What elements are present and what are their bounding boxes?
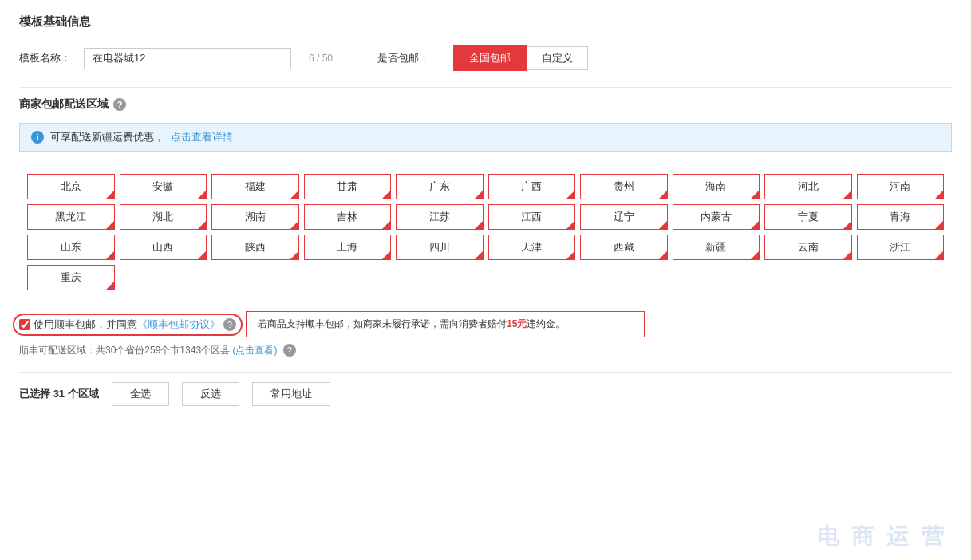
radio-group-shipping: 全国包邮 自定义 [453, 45, 588, 71]
selected-number: 31 [53, 388, 65, 400]
region-tag-10[interactable]: 黑龙江 [27, 204, 115, 230]
region-tag-15[interactable]: 江西 [488, 204, 576, 230]
region-tag-5[interactable]: 广西 [488, 174, 576, 199]
btn-nationwide[interactable]: 全国包邮 [453, 45, 527, 71]
sfbao-notice-highlight: 15元 [507, 318, 527, 329]
region-tag-11[interactable]: 湖北 [120, 204, 207, 230]
region-tag-16[interactable]: 辽宁 [580, 204, 668, 230]
selected-unit: 个区域 [68, 388, 99, 400]
merchant-title-text: 商家包邮配送区域 [19, 97, 109, 112]
sfbao-checkbox-area: 使用顺丰包邮，并同意 《顺丰包邮协议》 ? [19, 317, 236, 332]
region-tag-8[interactable]: 河北 [764, 174, 852, 199]
sfbao-help-icon[interactable]: ? [223, 318, 236, 331]
region-grid: 北京安徽福建甘肃广东广西贵州海南河北河南黑龙江湖北湖南吉林江苏江西辽宁内蒙古宁夏… [19, 166, 952, 298]
btn-inverse[interactable]: 反选 [182, 382, 239, 406]
is-free-shipping-label: 是否包邮： [377, 51, 429, 65]
template-name-label: 模板名称： [19, 51, 71, 65]
region-tag-19[interactable]: 青海 [857, 204, 945, 230]
region-tag-29[interactable]: 浙江 [857, 235, 945, 260]
region-tag-12[interactable]: 湖南 [211, 204, 299, 230]
sfbao-notice: 若商品支持顺丰包邮，如商家未履行承诺，需向消费者赔付15元违约金。 [246, 311, 645, 337]
region-tag-24[interactable]: 四川 [396, 235, 484, 260]
sfbao-checkbox[interactable] [19, 319, 30, 330]
bottom-bar: 已选择 31 个区域 全选 反选 常用地址 [19, 372, 952, 406]
section-title: 模板基础信息 [19, 14, 952, 30]
info-icon: i [31, 131, 44, 144]
region-tag-1[interactable]: 安徽 [120, 174, 207, 199]
sfbao-notice-text2: 违约金。 [527, 318, 565, 329]
sfbao-row: 使用顺丰包邮，并同意 《顺丰包邮协议》 ? 若商品支持顺丰包邮，如商家未履行承诺… [19, 311, 952, 337]
btn-common[interactable]: 常用地址 [252, 382, 330, 406]
selected-label: 已选择 [19, 388, 50, 400]
btn-all[interactable]: 全选 [112, 382, 169, 406]
region-tag-14[interactable]: 江苏 [396, 204, 484, 230]
region-tag-2[interactable]: 福建 [211, 174, 299, 199]
sfbao-link[interactable]: 《顺丰包邮协议》 [137, 317, 220, 332]
region-tag-6[interactable]: 贵州 [580, 174, 668, 199]
merchant-section-title: 商家包邮配送区域 ? [19, 97, 952, 112]
selected-count-text: 已选择 31 个区域 [19, 387, 99, 401]
region-tag-7[interactable]: 海南 [673, 174, 760, 199]
region-tag-9[interactable]: 河南 [857, 174, 945, 199]
watermark: 电 商 运 营 [817, 522, 947, 552]
sfbao-checkbox-label[interactable]: 使用顺丰包邮，并同意 [34, 317, 137, 332]
divider-1 [19, 87, 952, 88]
region-tag-25[interactable]: 天津 [488, 235, 576, 260]
sfbao-coverage: 顺丰可配送区域：共30个省份259个市1343个区县 (点击查看) ? [19, 344, 952, 357]
sfbao-coverage-link[interactable]: (点击查看) [232, 345, 277, 356]
merchant-help-icon[interactable]: ? [113, 98, 126, 111]
template-name-input[interactable] [84, 48, 291, 69]
sfbao-coverage-text: 顺丰可配送区域：共30个省份259个市1343个区县 [19, 345, 230, 356]
region-tag-23[interactable]: 上海 [304, 235, 392, 260]
region-tag-26[interactable]: 西藏 [580, 235, 668, 260]
region-tag-28[interactable]: 云南 [764, 235, 852, 260]
info-link[interactable]: 点击查看详情 [171, 130, 233, 144]
region-tag-17[interactable]: 内蒙古 [673, 204, 760, 230]
region-tag-21[interactable]: 山西 [120, 235, 207, 260]
region-tag-13[interactable]: 吉林 [304, 204, 392, 230]
sfbao-notice-text1: 若商品支持顺丰包邮，如商家未履行承诺，需向消费者赔付 [258, 318, 507, 329]
region-tag-30[interactable]: 重庆 [27, 265, 115, 290]
info-bar: i 可享配送新疆运费优惠， 点击查看详情 [19, 123, 952, 152]
char-count: 6 / 50 [309, 53, 333, 64]
region-tag-4[interactable]: 广东 [396, 174, 484, 199]
region-tag-27[interactable]: 新疆 [673, 235, 760, 260]
sfbao-section: 使用顺丰包邮，并同意 《顺丰包邮协议》 ? 若商品支持顺丰包邮，如商家未履行承诺… [19, 311, 952, 357]
region-tag-22[interactable]: 陕西 [211, 235, 299, 260]
sfbao-coverage-help[interactable]: ? [283, 344, 296, 357]
region-tag-18[interactable]: 宁夏 [764, 204, 852, 230]
page-wrapper: 模板基础信息 模板名称： 6 / 50 是否包邮： 全国包邮 自定义 商家包邮配… [0, 0, 971, 560]
region-tag-0[interactable]: 北京 [27, 174, 115, 199]
form-row-template: 模板名称： 6 / 50 是否包邮： 全国包邮 自定义 [19, 45, 952, 71]
info-text: 可享配送新疆运费优惠， [50, 130, 164, 144]
btn-custom[interactable]: 自定义 [527, 46, 588, 70]
region-tag-3[interactable]: 甘肃 [304, 174, 392, 199]
region-tag-20[interactable]: 山东 [27, 235, 115, 260]
